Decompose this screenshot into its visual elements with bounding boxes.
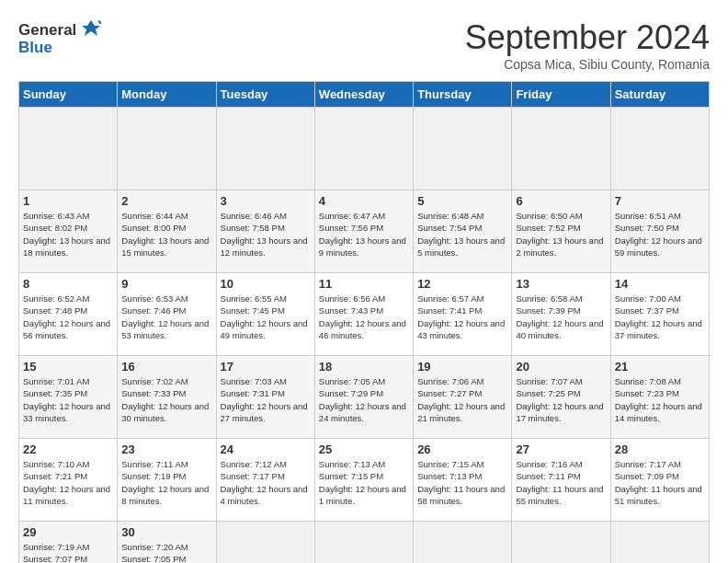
day-number: 11 (319, 277, 409, 291)
day-number: 19 (417, 360, 507, 373)
calendar-day-cell: 1Sunrise: 6:43 AMSunset: 8:02 PMDaylight… (19, 190, 118, 273)
day-number: 30 (121, 525, 211, 539)
logo-icon (80, 18, 102, 40)
day-info: Sunrise: 7:05 AMSunset: 7:29 PMDaylight:… (319, 375, 409, 424)
day-number: 12 (417, 277, 507, 291)
day-number: 20 (516, 360, 606, 373)
day-number: 21 (615, 360, 705, 373)
calendar-day-cell: 4Sunrise: 6:47 AMSunset: 7:56 PMDaylight… (314, 190, 413, 273)
day-number: 24 (221, 442, 311, 456)
day-info: Sunrise: 7:07 AMSunset: 7:25 PMDaylight:… (516, 375, 606, 424)
calendar-day-cell: 15Sunrise: 7:01 AMSunset: 7:35 PMDayligh… (19, 356, 118, 439)
calendar-day-cell: 8Sunrise: 6:52 AMSunset: 7:48 PMDaylight… (19, 273, 118, 356)
calendar-header-tuesday: Tuesday (216, 82, 314, 108)
day-info: Sunrise: 6:53 AMSunset: 7:46 PMDaylight:… (121, 293, 211, 341)
calendar-day-cell (610, 108, 709, 190)
calendar-day-cell (512, 522, 610, 564)
day-info: Sunrise: 7:02 AMSunset: 7:33 PMDaylight:… (121, 375, 211, 424)
calendar-week-row: 1Sunrise: 6:43 AMSunset: 8:02 PMDaylight… (19, 190, 710, 273)
calendar-day-cell (610, 522, 709, 564)
calendar-day-cell (414, 108, 512, 190)
day-info: Sunrise: 6:47 AMSunset: 7:56 PMDaylight:… (319, 210, 409, 259)
calendar-header-saturday: Saturday (610, 82, 709, 108)
title-area: September 2024 Copsa Mica, Sibiu County,… (465, 18, 710, 72)
day-info: Sunrise: 6:55 AMSunset: 7:45 PMDaylight:… (221, 293, 311, 341)
calendar-day-cell: 25Sunrise: 7:13 AMSunset: 7:15 PMDayligh… (314, 439, 413, 522)
calendar-day-cell: 21Sunrise: 7:08 AMSunset: 7:23 PMDayligh… (610, 356, 709, 439)
day-number: 4 (319, 194, 409, 208)
calendar-day-cell (118, 108, 216, 190)
calendar-day-cell: 10Sunrise: 6:55 AMSunset: 7:45 PMDayligh… (216, 273, 314, 356)
calendar-day-cell: 23Sunrise: 7:11 AMSunset: 7:19 PMDayligh… (118, 439, 216, 522)
day-info: Sunrise: 7:12 AMSunset: 7:17 PMDaylight:… (221, 458, 311, 507)
calendar-table: SundayMondayTuesdayWednesdayThursdayFrid… (18, 81, 710, 563)
day-number: 6 (516, 194, 606, 208)
month-title: September 2024 (465, 18, 710, 57)
calendar-day-cell: 14Sunrise: 7:00 AMSunset: 7:37 PMDayligh… (610, 273, 709, 356)
location-subtitle: Copsa Mica, Sibiu County, Romania (465, 57, 710, 72)
day-info: Sunrise: 6:46 AMSunset: 7:58 PMDaylight:… (221, 210, 311, 259)
calendar-day-cell: 2Sunrise: 6:44 AMSunset: 8:00 PMDaylight… (118, 190, 216, 273)
calendar-day-cell: 22Sunrise: 7:10 AMSunset: 7:21 PMDayligh… (19, 439, 118, 522)
calendar-day-cell: 18Sunrise: 7:05 AMSunset: 7:29 PMDayligh… (314, 356, 413, 439)
calendar-day-cell: 19Sunrise: 7:06 AMSunset: 7:27 PMDayligh… (414, 356, 512, 439)
calendar-day-cell: 17Sunrise: 7:03 AMSunset: 7:31 PMDayligh… (216, 356, 314, 439)
calendar-day-cell (414, 522, 512, 564)
day-info: Sunrise: 6:43 AMSunset: 8:02 PMDaylight:… (23, 210, 113, 259)
day-info: Sunrise: 7:19 AMSunset: 7:07 PMDaylight:… (23, 541, 113, 563)
day-number: 28 (615, 442, 705, 456)
day-number: 9 (121, 277, 211, 291)
calendar-day-cell (512, 108, 610, 190)
calendar-day-cell (216, 108, 314, 190)
calendar-day-cell (19, 108, 118, 190)
calendar-day-cell: 20Sunrise: 7:07 AMSunset: 7:25 PMDayligh… (512, 356, 610, 439)
calendar-week-row (19, 108, 710, 190)
calendar-header-wednesday: Wednesday (314, 82, 413, 108)
calendar-day-cell: 30Sunrise: 7:20 AMSunset: 7:05 PMDayligh… (118, 522, 216, 564)
day-number: 15 (23, 360, 113, 373)
day-info: Sunrise: 7:17 AMSunset: 7:09 PMDaylight:… (615, 458, 705, 507)
day-number: 5 (417, 194, 507, 208)
calendar-day-cell: 12Sunrise: 6:57 AMSunset: 7:41 PMDayligh… (414, 273, 512, 356)
day-info: Sunrise: 7:20 AMSunset: 7:05 PMDaylight:… (121, 541, 211, 563)
calendar-header-friday: Friday (512, 82, 610, 108)
calendar-day-cell: 6Sunrise: 6:50 AMSunset: 7:52 PMDaylight… (512, 190, 610, 273)
calendar-day-cell: 29Sunrise: 7:19 AMSunset: 7:07 PMDayligh… (19, 522, 118, 564)
calendar-day-cell: 9Sunrise: 6:53 AMSunset: 7:46 PMDaylight… (118, 273, 216, 356)
calendar-header-thursday: Thursday (414, 82, 512, 108)
calendar-day-cell: 27Sunrise: 7:16 AMSunset: 7:11 PMDayligh… (512, 439, 610, 522)
day-number: 1 (23, 194, 113, 208)
day-info: Sunrise: 6:56 AMSunset: 7:43 PMDaylight:… (319, 293, 409, 341)
logo-blue-text: Blue (18, 39, 52, 57)
logo-general-text: General (18, 22, 76, 38)
calendar-day-cell: 26Sunrise: 7:15 AMSunset: 7:13 PMDayligh… (414, 439, 512, 522)
calendar-day-cell: 28Sunrise: 7:17 AMSunset: 7:09 PMDayligh… (610, 439, 709, 522)
day-info: Sunrise: 6:51 AMSunset: 7:50 PMDaylight:… (615, 210, 705, 259)
day-info: Sunrise: 6:58 AMSunset: 7:39 PMDaylight:… (516, 293, 606, 341)
day-info: Sunrise: 6:48 AMSunset: 7:54 PMDaylight:… (417, 210, 507, 259)
day-info: Sunrise: 6:57 AMSunset: 7:41 PMDaylight:… (417, 293, 507, 341)
day-info: Sunrise: 6:44 AMSunset: 8:00 PMDaylight:… (121, 210, 211, 259)
day-info: Sunrise: 6:52 AMSunset: 7:48 PMDaylight:… (23, 293, 113, 341)
day-number: 18 (319, 360, 409, 373)
calendar-week-row: 8Sunrise: 6:52 AMSunset: 7:48 PMDaylight… (19, 273, 710, 356)
day-info: Sunrise: 7:00 AMSunset: 7:37 PMDaylight:… (615, 293, 705, 341)
day-number: 29 (23, 525, 113, 539)
calendar-day-cell (314, 108, 413, 190)
calendar-day-cell: 5Sunrise: 6:48 AMSunset: 7:54 PMDaylight… (414, 190, 512, 273)
calendar-day-cell (216, 522, 314, 564)
day-info: Sunrise: 7:01 AMSunset: 7:35 PMDaylight:… (23, 375, 113, 424)
day-number: 23 (121, 442, 211, 456)
day-info: Sunrise: 7:08 AMSunset: 7:23 PMDaylight:… (615, 375, 705, 424)
day-number: 13 (516, 277, 606, 291)
calendar-day-cell: 24Sunrise: 7:12 AMSunset: 7:17 PMDayligh… (216, 439, 314, 522)
calendar-day-cell: 11Sunrise: 6:56 AMSunset: 7:43 PMDayligh… (314, 273, 413, 356)
day-info: Sunrise: 7:03 AMSunset: 7:31 PMDaylight:… (221, 375, 311, 424)
calendar-header-monday: Monday (118, 82, 216, 108)
logo: General Blue (18, 18, 102, 57)
calendar-day-cell: 7Sunrise: 6:51 AMSunset: 7:50 PMDaylight… (610, 190, 709, 273)
calendar-day-cell: 3Sunrise: 6:46 AMSunset: 7:58 PMDaylight… (216, 190, 314, 273)
calendar-day-cell (314, 522, 413, 564)
calendar-week-row: 22Sunrise: 7:10 AMSunset: 7:21 PMDayligh… (19, 439, 710, 522)
day-info: Sunrise: 7:13 AMSunset: 7:15 PMDaylight:… (319, 458, 409, 507)
